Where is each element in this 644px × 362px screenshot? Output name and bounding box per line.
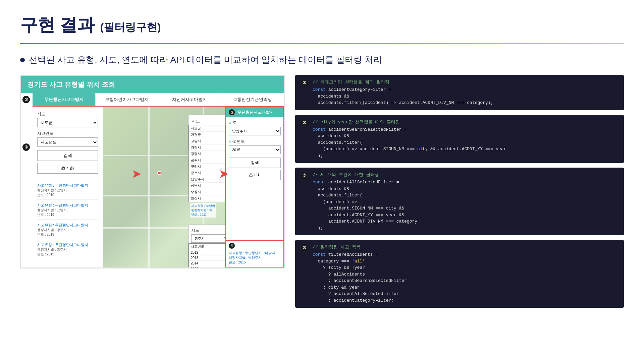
slide-title: 구현 결과 — [20, 13, 95, 37]
bullet-row: 선택된 사고 유형, 시도, 연도에 따라 API 데이터를 비교하여 일치하는… — [20, 54, 624, 66]
year-select[interactable]: 사고년도 — [37, 137, 98, 147]
bullet-icon — [20, 58, 25, 62]
code-badge-4: ④ — [301, 244, 308, 251]
title-divider — [20, 43, 624, 44]
highlight-orange: API 데이터를 비교하여 일치하는 데이터를 — [170, 55, 334, 65]
code-block-2: ② // city와 year만 선택했을 때의 필터링 const accid… — [295, 115, 624, 163]
panel3-title: 무단횡단사고다발지 — [237, 110, 274, 115]
panel4-badge: ④ — [229, 243, 235, 249]
code-badge-2: ② — [301, 119, 308, 126]
accident-link[interactable]: 사고유형 : 무단횡단사고다발지 — [37, 183, 88, 187]
accident-list: 사고유형 : 무단횡단사고다발지 행정자치별 : 고양시 년도 : 2019 사… — [37, 180, 98, 259]
sido-label: 시도 — [37, 111, 98, 117]
arrow-2: ➤ — [219, 168, 228, 180]
year-row: 사고연도 사고년도 — [37, 131, 98, 147]
ui-tabs: 무단횡단사고다발지 보행어린이사고다발지 자전거사고다발지 교통안전기관연락망 — [33, 93, 284, 107]
ui-body: 시도 시도군 사고연도 사고년도 검색 — [33, 107, 284, 267]
code-badge-1: ① — [301, 79, 308, 86]
list-item: 사고유형 : 무단횡단사고다발지 행정자치별 : 광주시 년도 : 2019 — [37, 239, 98, 259]
map-pin — [157, 171, 161, 175]
code-block-1: ① // 카테고리만 선택했을 때의 필터링 const accidentCat… — [295, 75, 624, 110]
badge-1: ① — [22, 96, 30, 103]
code-comment-2: // city와 year만 선택했을 때의 필터링 — [313, 119, 619, 125]
panel3-badge: ③ — [229, 109, 235, 115]
code-comment-1: // 카테고리만 선택했을 때의 필터링 — [313, 79, 619, 85]
accident-link[interactable]: 사고유형 : 무단횡단사고다발지 — [37, 223, 88, 227]
arrow-1: ➤ — [132, 168, 141, 180]
map-background: ➤ 시도 시도군 — [103, 107, 284, 267]
year-dropdown: 사고년도 2012 2013 2014 2015 2016 2017 2018 — [189, 243, 225, 267]
ui-map: ➤ 시도 시도군 — [103, 107, 284, 267]
city-dropdown: 시도군 가평군 고양시 과천시 광명시 광주시 구리시 군포시 남양주시 — [189, 125, 225, 202]
list-item: 사고유형 : 무단횡단사고다발지 행정자치별 : 고양시 년도 : 2019 — [37, 180, 98, 199]
ui-sidebar: 시도 시도군 사고연도 사고년도 검색 — [33, 107, 103, 267]
year-label: 사고연도 — [37, 131, 98, 136]
code-block-3: ③ // 세 개의 조건에 대한 필터링 const accidentAllSe… — [295, 168, 624, 235]
badge-2: ② — [22, 143, 30, 151]
search-button[interactable]: 검색 — [37, 150, 98, 161]
panel3-reset[interactable]: 초기화 — [229, 170, 281, 180]
accident-link[interactable]: 사고유형 : 무단횡단사고다발지 — [37, 243, 88, 247]
tab-2[interactable]: 보행어린이사고다발지 — [96, 93, 159, 106]
list-item: 사고유형 : 무단횡단사고다발지 행정자치별 : 광주시 년도 : 2019 — [37, 219, 98, 239]
panel3-year[interactable]: 2015 — [229, 145, 281, 154]
slide: 구현 결과 (필터링구현) 선택된 사고 유형, 시도, 연도에 따라 API … — [0, 0, 644, 362]
panel3-sido[interactable]: 남양주시 — [229, 127, 281, 135]
sido-select[interactable]: 시도군 — [37, 118, 98, 127]
sido-row: 시도 시도군 — [37, 111, 98, 127]
highlight-blue: 필터링 — [334, 55, 362, 65]
content-row: 경기도 사고 유형별 위치 조회 ① ② 무단횡단사고다발지 보행어린이사고다발… — [20, 75, 624, 308]
slide-subtitle: (필터링구현) — [100, 20, 161, 35]
code-column: ① // 카테고리만 선택했을 때의 필터링 const accidentCat… — [295, 75, 624, 308]
panel-4: ④ 사고유형 : 무단횡단사고다발지 행정자치별 : 남양주시 년도 : 201… — [225, 240, 284, 267]
tab-1[interactable]: 무단횡단사고다발지 — [33, 93, 96, 106]
panel3-search[interactable]: 검색 — [229, 158, 281, 168]
bottom-sido-select[interactable]: 광주시 — [191, 234, 229, 243]
ui-header: 경기도 사고 유형별 위치 조회 — [21, 76, 284, 93]
bullet-text: 선택된 사고 유형, 시도, 연도에 따라 API 데이터를 비교하여 일치하는… — [29, 54, 382, 66]
code-comment-4: // 필터링된 사고 목록 — [313, 244, 619, 250]
reset-button[interactable]: 초기화 — [37, 163, 98, 174]
ui-mockup: 경기도 사고 유형별 위치 조회 ① ② 무단횡단사고다발지 보행어린이사고다발… — [20, 75, 285, 268]
code-comment-3: // 세 개의 조건에 대한 필터링 — [313, 172, 619, 178]
map-accident-info-2: 사고유형 : 보행어행정자치별 : 과년도 : 2021 — [190, 203, 216, 218]
code-block-4: ④ // 필터링된 사고 목록 const filteredAccidents … — [295, 240, 624, 308]
tab-3[interactable]: 자전거사고다발지 — [158, 93, 221, 106]
panel4-accident: 사고유형 : 무단횡단사고다발지 행정자치별 : 남양주시 년도 : 2015 — [226, 251, 283, 267]
list-item: 사고유형 : 무단횡단사고다발지 행정자치별 : 고양시 년도 : 2019 — [37, 199, 98, 219]
code-badge-3: ③ — [301, 172, 308, 179]
tab-4[interactable]: 교통안전기관연락망 — [221, 93, 284, 106]
accident-link[interactable]: 사고유형 : 무단횡단사고다발지 — [37, 203, 88, 207]
